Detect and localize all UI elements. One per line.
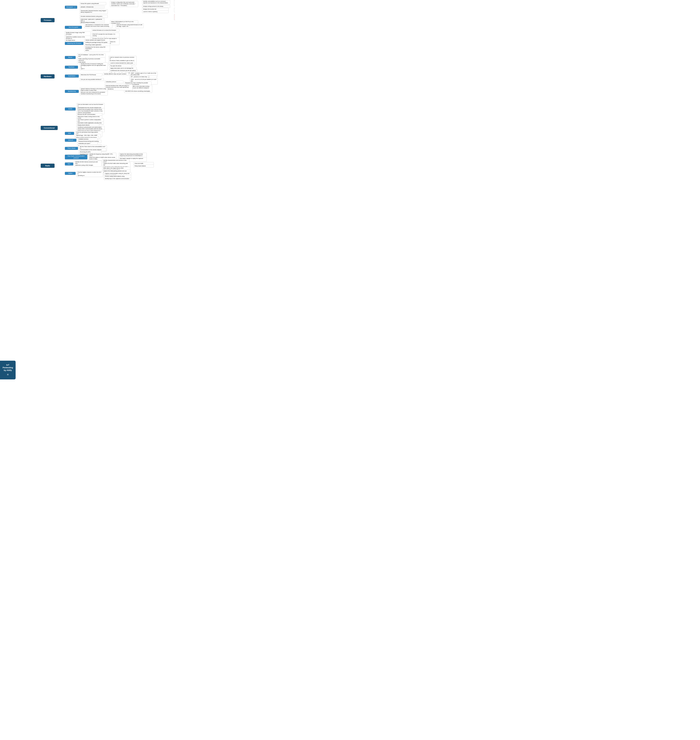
radio-zigbee: ZigBee — [65, 172, 76, 175]
conventional-network: Network — [65, 139, 76, 142]
firmware-non-encrypted: Non-Encrypted — [65, 26, 82, 29]
mindmap: Firmware Hardware Conventional Radio Enc… — [17, 0, 175, 3]
page-container: IoT Pentesting by Attify ≡ — [0, 0, 175, 185]
firmware-set-breakpoints: Set breakpoints at functions like strcmp… — [174, 0, 175, 6]
conventional-thick-clients: Thick Clients — [65, 147, 78, 150]
hardware-look-screws: Look for screws beneath the rubber pads — [109, 62, 135, 65]
hardware-interfaces: Can you see any possible interfaces? — [79, 78, 104, 81]
firmware-emulate: Emulate individual binaries using qemu — [79, 15, 108, 18]
hardware-recon: Recon — [65, 56, 76, 59]
hardware-teardown: Teardown — [65, 66, 78, 69]
radio-ble: BLE — [65, 162, 74, 165]
firmware-extract-fw-cmd: /extract-firmware.sh to extract the firm… — [91, 29, 119, 32]
hardware-spi: SPI - presence of a flash chip ○ — [129, 75, 157, 78]
firmware-add-backdoor: Add backdoor or bindshell to the extract… — [84, 24, 112, 28]
firmware-identify-overflow: Identify overflow based vulnerabilities … — [174, 8, 175, 12]
firmware-analyze-strings: Analyze strings present in the binary — [142, 5, 170, 8]
hardware-identify-chips: Identify different chips and part number… — [103, 73, 129, 75]
firmware-extract-cmd: (binwalk -e firmware.bin) — [79, 6, 104, 9]
category-firmware: Firmware — [41, 18, 54, 22]
firmware-emulate-cmd: (sudo chroot . /qemu-arch -L optional/-l… — [79, 18, 104, 24]
firmware-identify-vuln: Identify vulnerabilities such as command… — [142, 0, 170, 4]
radio-relay-attacks: Relay based attacks — [134, 165, 154, 167]
category-conventional: Conventional — [41, 126, 58, 130]
firmware-disassemble: Disassemble individual binaries using Ho… — [79, 9, 108, 14]
firmware-build-firmware: Build the firmware using build-firmware.… — [116, 24, 144, 28]
category-radio: Radio — [41, 164, 54, 168]
radio-identify-ble: Identify the BLE devices around you and … — [74, 161, 101, 167]
hardware-pcb-reveal: What does the PCB Reveal — [79, 74, 102, 76]
radio-raw-radio: Raw Radio Communication protocol — [65, 155, 87, 159]
radio-find-zigbee-channel: Find the ZigBee channel on which the DUT… — [76, 171, 103, 177]
firmware-exploit-overflow: Exploit the overflow by forming a ROP ch… — [174, 14, 175, 20]
hardware-identify-enclosure: Identify the kind of enclosure holding t… — [79, 62, 108, 70]
hardware-unfamiliar: Unfamiliar protocol — [104, 80, 124, 83]
radio-identify-keys: Identify keys in the captured communicat… — [104, 177, 131, 180]
firmware-extract-fs: Extract file system using Binwalk — [79, 2, 106, 5]
hardware-exploitation: Exploitation — [65, 75, 79, 78]
category-hardware: Hardware — [41, 74, 54, 78]
hardware-add-component: Add your own new component for persisten… — [79, 91, 108, 96]
firmware-encrypted: Encrypted ○ — [65, 6, 77, 9]
hardware-external-interfaces: External interfaces like USB (can plug i… — [104, 84, 133, 90]
hardware-backdooring: Backdooring — [65, 90, 79, 93]
firmware-look-xrefs: Look for Xrefs to system() — [142, 10, 169, 13]
conventional-mobile: Mobile — [65, 108, 76, 111]
firmware-obtaining: Obtaining the firmware — [65, 42, 84, 45]
firmware-analyze-config: Analyze configuration files and hardcode… — [110, 1, 138, 7]
conventional-web: Web — [65, 132, 74, 135]
firmware-dumping: Dumping from the device using H/W Exploi… — [84, 46, 110, 52]
